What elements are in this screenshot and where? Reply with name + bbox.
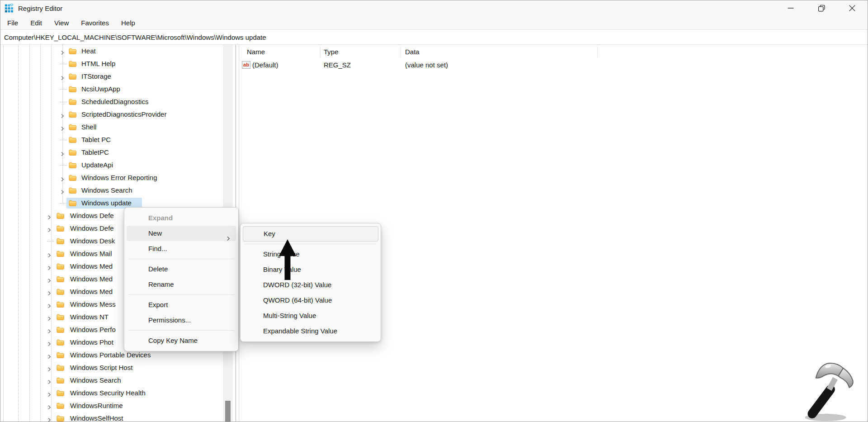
tree-item[interactable]: Windows Script Host (0, 361, 236, 374)
value-name: (Default) (252, 59, 278, 71)
folder-icon (57, 415, 64, 422)
column-separator[interactable] (401, 46, 401, 57)
column-separator[interactable] (320, 46, 321, 57)
expand-chevron-icon[interactable] (47, 403, 52, 412)
submenu-item-dword-32-bit-value[interactable]: DWORD (32-bit) Value (243, 277, 378, 293)
expand-chevron-icon[interactable] (47, 353, 52, 361)
cursor-arrow-icon (279, 239, 296, 282)
tree-item[interactable]: Shell (0, 121, 236, 133)
tree-item-label: Windows Med (70, 260, 113, 273)
expand-chevron-icon[interactable] (60, 112, 65, 120)
menu-edit[interactable]: Edit (30, 19, 42, 27)
string-value-icon: ab (242, 61, 250, 69)
menu-view[interactable]: View (54, 19, 69, 27)
expand-chevron-icon[interactable] (60, 188, 65, 196)
column-header-name[interactable]: Name (247, 45, 265, 59)
expand-chevron-icon[interactable] (47, 340, 52, 348)
folder-icon (57, 289, 64, 297)
column-header-data[interactable]: Data (405, 45, 420, 59)
submenu-item-expandable-string-value[interactable]: Expandable String Value (243, 323, 378, 339)
tree-item-label: TabletPC (81, 146, 109, 159)
folder-icon (69, 200, 76, 208)
expand-chevron-icon[interactable] (47, 391, 52, 399)
tree-item[interactable]: Windows Security Health (0, 387, 236, 399)
hammer-icon (797, 358, 859, 422)
expand-chevron-icon[interactable] (47, 302, 52, 310)
tree-item[interactable]: ScriptedDiagnosticsProvider (0, 108, 236, 121)
expand-chevron-icon[interactable] (60, 49, 65, 57)
tree-item[interactable]: ScheduledDiagnostics (0, 95, 236, 108)
value-row[interactable]: ab(Default)REG_SZ(value not set) (240, 59, 868, 71)
submenu-item-multi-string-value[interactable]: Multi-String Value (243, 308, 378, 323)
tree-item-label: Windows NT (70, 311, 108, 323)
context-menu-item-permissions[interactable]: Permissions... (127, 313, 236, 328)
tree-item[interactable]: Windows Error Reporting (0, 171, 236, 184)
context-menu-item-find[interactable]: Find... (127, 241, 236, 256)
folder-icon (69, 124, 76, 132)
expand-chevron-icon[interactable] (60, 150, 65, 158)
folder-icon (57, 251, 64, 259)
folder-icon (69, 111, 76, 119)
folder-icon (69, 149, 76, 157)
submenu-item-key[interactable]: Key (243, 226, 378, 242)
expand-chevron-icon[interactable] (47, 365, 52, 374)
tree-item[interactable]: WindowsSelfHost (0, 412, 236, 422)
expand-chevron-icon[interactable] (47, 251, 52, 260)
tree-item-label: Heat (81, 45, 96, 57)
tree-item[interactable]: Windows Search (0, 184, 236, 197)
menu-favorites[interactable]: Favorites (81, 19, 109, 27)
folder-icon (69, 99, 76, 107)
restore-button[interactable] (806, 0, 837, 16)
expand-chevron-icon[interactable] (47, 264, 52, 272)
tree-connector (60, 165, 67, 166)
folder-icon (57, 377, 64, 385)
tree-item[interactable]: Windows Search (0, 374, 236, 387)
tree-item-label: Windows Desk (70, 235, 115, 247)
tree-item[interactable]: NcsiUwpApp (0, 83, 236, 95)
tree-item-label: NcsiUwpApp (81, 83, 120, 95)
context-menu-item-delete[interactable]: Delete (127, 261, 236, 277)
expand-chevron-icon[interactable] (47, 277, 52, 285)
expand-chevron-icon[interactable] (47, 327, 52, 336)
expand-chevron-icon[interactable] (47, 226, 52, 234)
expand-chevron-icon[interactable] (60, 175, 65, 184)
registry-editor-icon (5, 4, 14, 13)
menu-file[interactable]: File (7, 19, 18, 27)
tree-scrollbar-thumb[interactable] (225, 401, 231, 422)
folder-icon (69, 48, 76, 56)
tree-item-label: Windows Med (70, 273, 113, 285)
tree-item[interactable]: Tablet PC (0, 133, 236, 146)
tree-item[interactable]: Heat (0, 45, 236, 57)
context-menu-item-expand: Expand (127, 210, 236, 226)
tree-item[interactable]: TabletPC (0, 146, 236, 159)
context-menu-item-new[interactable]: New (127, 226, 236, 241)
minimize-button[interactable] (775, 0, 806, 16)
tree-item[interactable]: HTML Help (0, 57, 236, 70)
tree-item[interactable]: WindowsRuntime (0, 399, 236, 412)
tree-item[interactable]: ITStorage (0, 70, 236, 83)
expand-chevron-icon[interactable] (47, 289, 52, 298)
folder-icon (57, 390, 64, 398)
window-title: Registry Editor (18, 5, 62, 12)
submenu-item-qword-64-bit-value[interactable]: QWORD (64-bit) Value (243, 293, 378, 308)
expand-chevron-icon[interactable] (47, 315, 52, 323)
expand-chevron-icon[interactable] (47, 378, 52, 386)
expand-chevron-icon[interactable] (60, 125, 65, 133)
tree-item[interactable]: UpdateApi (0, 159, 236, 171)
tree-item-label: Windows Security Health (70, 387, 146, 399)
context-menu-item-export[interactable]: Export (127, 297, 236, 313)
expand-chevron-icon[interactable] (47, 416, 52, 422)
expand-chevron-icon[interactable] (60, 74, 65, 82)
close-icon[interactable] (837, 0, 868, 16)
context-menu-item-rename[interactable]: Rename (127, 277, 236, 292)
submenu-item-binary-value[interactable]: Binary Value (243, 262, 378, 277)
submenu-item-string-value[interactable]: String Value (243, 247, 378, 262)
context-menu-item-copy-key-name[interactable]: Copy Key Name (127, 333, 236, 348)
tree-item-label: WindowsSelfHost (70, 412, 123, 422)
menu-separator (245, 244, 377, 244)
column-header-type[interactable]: Type (324, 45, 339, 59)
column-separator[interactable] (597, 46, 598, 57)
address-bar[interactable]: Computer\HKEY_LOCAL_MACHINE\SOFTWARE\Mic… (0, 29, 868, 45)
menu-help[interactable]: Help (121, 19, 135, 27)
expand-chevron-icon[interactable] (47, 213, 52, 222)
